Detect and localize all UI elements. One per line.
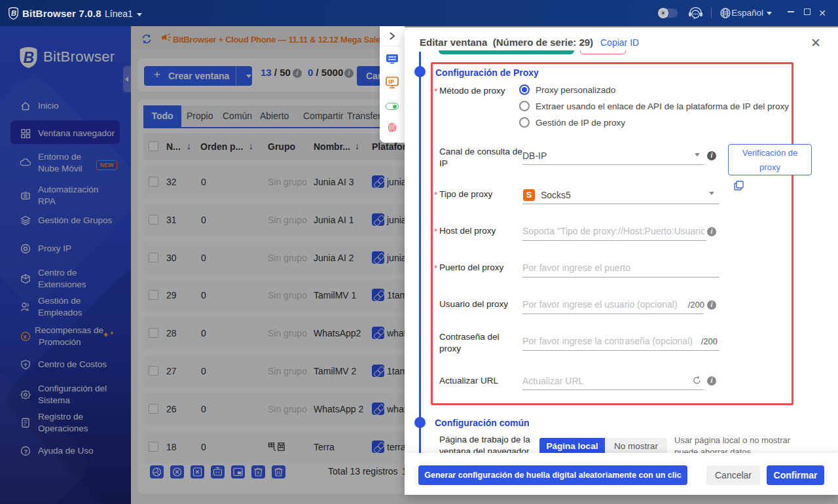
- svg-text:IP: IP: [388, 78, 395, 85]
- svg-text:B: B: [11, 9, 16, 17]
